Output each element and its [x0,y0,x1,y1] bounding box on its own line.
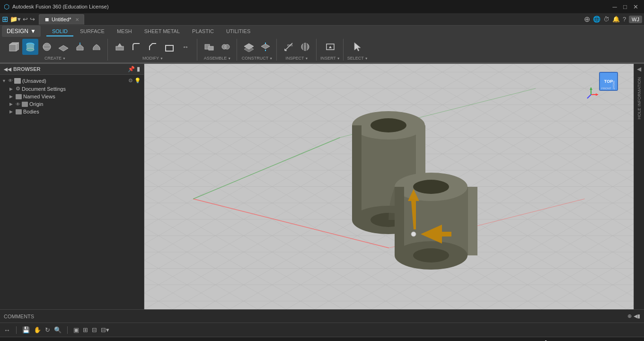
svg-marker-22 [261,44,270,49]
status-nav-icon[interactable]: ↔ [4,326,10,334]
title-bar: ⬡ Autodesk Fusion 360 (Education License… [0,0,644,13]
app-title: Autodesk Fusion 360 (Education License) [12,4,109,9]
online-icon[interactable]: 🌐 [593,16,600,23]
assemble-component-button[interactable] [218,39,234,55]
help-icon[interactable]: ? [623,16,626,23]
inspect-measure-button[interactable]: mm [281,39,297,55]
maximize-button[interactable]: □ [620,2,630,11]
status-display-icon[interactable]: ▣ [73,326,79,333]
user-icon[interactable]: WJ [629,16,642,23]
tab-untitled[interactable]: 🔲 Untitled* ✕ [39,14,84,25]
svg-text:FRONT: FRONT [601,87,611,90]
settings-icon[interactable]: ⚙ [128,78,133,84]
insert-caret-icon: ▼ [337,57,340,60]
tab-surface[interactable]: SURFACE [74,27,110,36]
notification-icon[interactable]: 🔔 [612,16,620,23]
redo-icon[interactable]: ↪ [30,16,35,23]
commentsbar-left: COMMENTS [4,314,34,319]
hole-information-label[interactable]: HOLE INFORMATION [637,74,642,122]
viewport[interactable]: TOP FRONT RIGHT [144,64,634,309]
tree-expand-bodies[interactable]: ▶ [9,109,14,114]
status-pan-icon[interactable]: ✋ [34,326,41,333]
construct-label-text: CONSTRUCT [242,56,269,61]
svg-marker-60 [596,93,598,96]
light-icon[interactable]: 💡 [134,78,141,84]
construct-offset-plane-button[interactable] [241,39,257,55]
design-dropdown-button[interactable]: DESIGN ▼ [2,26,41,37]
modify-move-button[interactable]: ↔ [178,39,194,55]
modify-chamfer-button[interactable] [145,39,161,55]
modify-fillet-button[interactable] [128,39,144,55]
file-icon[interactable]: 📁▾ [10,16,21,23]
design-tabs: SOLID SURFACE MESH SHEET METAL PLASTIC U… [44,26,259,36]
right-panel-arrow[interactable]: ◀ [635,64,643,74]
tab-label: Untitled* [52,17,71,22]
status-grid-icon[interactable]: ⊞ [83,326,88,333]
close-button[interactable]: ✕ [631,2,640,11]
comments-add-icon[interactable]: ⊕ [627,313,632,319]
commentsbar-right: ⊕ ◀▮ [627,313,640,319]
tab-sheet-metal[interactable]: SHEET METAL [139,27,185,36]
add-tab-button[interactable]: ⊕ [584,15,590,24]
assemble-group-label[interactable]: ASSEMBLE ▼ [204,56,231,61]
tab-utilities[interactable]: UTILITIES [221,27,256,36]
tree-expand-doc-settings[interactable]: ▶ [9,87,14,91]
toolbar-group-inspect: mm INSPECT ▼ [278,39,317,61]
status-save-icon[interactable]: 💾 [22,326,30,333]
inspect-group-label[interactable]: INSPECT ▼ [286,56,309,61]
modify-shell-button[interactable] [161,39,177,55]
status-zoom-icon[interactable]: 🔍 [54,326,62,333]
tree-expand-origin[interactable]: ▶ [9,102,14,106]
viewport-3d-object [338,97,489,277]
create-group-label[interactable]: CREATE ▼ [44,56,66,61]
modify-press-pull-button[interactable] [112,39,128,55]
create-sphere-button[interactable] [39,39,55,55]
browser-expand-icon[interactable]: ▮ [137,66,140,72]
select-group-label[interactable]: SELECT ▼ [347,56,368,61]
status-grid-settings-icon[interactable]: ⊟ [92,326,97,333]
tree-item-origin[interactable]: ▶ 👁 Origin [0,100,144,108]
eye-origin-icon[interactable]: 👁 [16,102,20,107]
tab-mesh[interactable]: MESH [111,27,138,36]
create-extrude-button[interactable] [72,39,88,55]
status-orbit-icon[interactable]: ↻ [45,326,50,333]
browser-collapse-icon[interactable]: ◀◀ [4,67,11,72]
toolbar: DESIGN ▼ SOLID SURFACE MESH SHEET METAL … [0,26,644,64]
browser-pin-icon[interactable]: 📌 [128,66,135,72]
svg-rect-11 [116,46,124,50]
tab-solid[interactable]: SOLID [46,27,73,36]
svg-marker-9 [77,44,83,50]
folder-origin-icon [22,102,28,107]
construct-midplane-button[interactable] [257,39,273,55]
create-cylinder-button[interactable] [22,39,38,55]
tree-expand-root[interactable]: ▼ [2,79,7,83]
select-label-text: SELECT [347,56,364,61]
tab-plastic[interactable]: PLASTIC [186,27,220,36]
modify-buttons-row: ↔ [112,39,194,55]
create-box-button[interactable] [6,39,22,55]
tab-close-icon[interactable]: ✕ [75,17,79,22]
inspect-zebra-button[interactable] [297,39,313,55]
insert-canvas-button[interactable] [322,39,338,55]
assemble-joint-button[interactable] [201,39,217,55]
status-display-settings-icon[interactable]: ⊟▾ [101,326,109,333]
insert-group-label[interactable]: INSERT ▼ [320,56,340,61]
comments-collapse-icon[interactable]: ◀▮ [634,313,640,319]
tree-item-doc-settings[interactable]: ▶ ⚙ Document Settings [0,85,144,93]
tree-expand-named-views[interactable]: ▶ [9,94,14,99]
modify-group-label[interactable]: MODIFY ▼ [142,56,163,61]
create-plane-button[interactable] [55,39,71,55]
viewcube[interactable]: TOP FRONT RIGHT [586,69,619,102]
tree-item-root[interactable]: ▼ 👁 (Unsaved) ⚙ 💡 [0,77,144,85]
minimize-button[interactable]: ─ [610,2,619,11]
app-menu-icon[interactable]: ⊞ [2,15,8,24]
tree-item-named-views[interactable]: ▶ Named Views [0,93,144,100]
eye-icon[interactable]: 👁 [8,78,13,83]
create-revolve-button[interactable] [88,39,105,55]
svg-rect-53 [395,187,404,255]
construct-group-label[interactable]: CONSTRUCT ▼ [242,56,273,61]
tree-item-bodies[interactable]: ▶ Bodies [0,108,144,115]
history-icon[interactable]: ⏱ [603,16,609,23]
select-button[interactable] [350,39,366,55]
undo-icon[interactable]: ↩ [23,16,28,23]
